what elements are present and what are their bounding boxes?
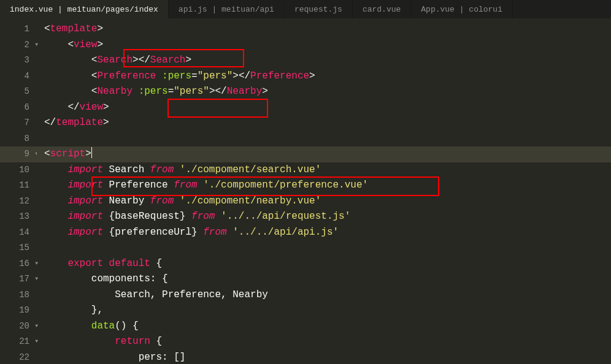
code-line: }, — [44, 303, 611, 319]
line-number: 2▼ — [0, 37, 37, 53]
line-number: 10 — [0, 162, 37, 178]
line-number: 6 — [0, 100, 37, 116]
code-line: import Nearby from './compoment/nearby.v… — [44, 194, 611, 210]
line-number: 1 — [0, 21, 37, 37]
code-line: pers: [] — [44, 350, 611, 365]
line-number: 18 — [0, 287, 37, 303]
code-line: components: { — [44, 271, 611, 287]
code-line: <Nearby :pers="pers"></Nearby> — [44, 84, 611, 100]
code-line — [44, 240, 611, 256]
code-line: Search, Preference, Nearby — [44, 287, 611, 303]
line-number: 19 — [0, 303, 37, 319]
code-line: return { — [44, 334, 611, 350]
line-number: 20▼ — [0, 319, 37, 335]
tab-card-vue[interactable]: card.vue — [353, 0, 411, 18]
line-number: 15 — [0, 240, 37, 256]
code-line: <view> — [44, 37, 611, 53]
line-number: 5 — [0, 84, 37, 100]
code-line: <script> — [37, 146, 611, 162]
tab-index-vue[interactable]: index.vue | meituan/pages/index — [0, 0, 169, 18]
line-number: 4 — [0, 69, 37, 85]
tab-app-vue[interactable]: App.vue | colorui — [411, 0, 513, 18]
line-number: 14 — [0, 225, 37, 241]
line-number: 12 — [0, 194, 37, 210]
line-gutter: 1 2▼ 3 4 5 6 7 8 9▼ 10 11 12 13 14 15 16… — [0, 18, 37, 364]
line-number: 11 — [0, 178, 37, 194]
code-line: <Preference :pers="pers"></Preference> — [44, 69, 611, 85]
line-number: 17▼ — [0, 271, 37, 287]
code-area[interactable]: <template> <view> <Search></Search> <Pre… — [37, 18, 611, 364]
tab-api-js[interactable]: api.js | meituan/api — [169, 0, 285, 18]
line-number: 22 — [0, 350, 37, 365]
code-line: export default { — [44, 256, 611, 272]
line-number: 13 — [0, 209, 37, 225]
code-line: data() { — [44, 319, 611, 335]
code-line: import Search from './compoment/search.v… — [44, 162, 611, 178]
code-line: </view> — [44, 100, 611, 116]
line-number: 3 — [0, 53, 37, 69]
code-line: <template> — [44, 21, 611, 37]
line-number: 9▼ — [0, 146, 37, 162]
code-line: import {baseRequest} from '../../api/req… — [44, 209, 611, 225]
editor-tabs: index.vue | meituan/pages/index api.js |… — [0, 0, 611, 18]
line-number: 21▼ — [0, 334, 37, 350]
tab-request-js[interactable]: request.js — [285, 0, 353, 18]
code-line: import Preference from './compoment/pref… — [44, 178, 611, 194]
line-number: 8 — [0, 131, 37, 147]
code-line: </template> — [44, 115, 611, 131]
line-number: 7 — [0, 115, 37, 131]
text-cursor — [91, 147, 92, 158]
code-line — [44, 131, 611, 147]
line-number: 16▼ — [0, 256, 37, 272]
code-editor[interactable]: 1 2▼ 3 4 5 6 7 8 9▼ 10 11 12 13 14 15 16… — [0, 18, 611, 364]
code-line: <Search></Search> — [44, 53, 611, 69]
code-line: import {preferenceUrl} from '../../api/a… — [44, 225, 611, 241]
